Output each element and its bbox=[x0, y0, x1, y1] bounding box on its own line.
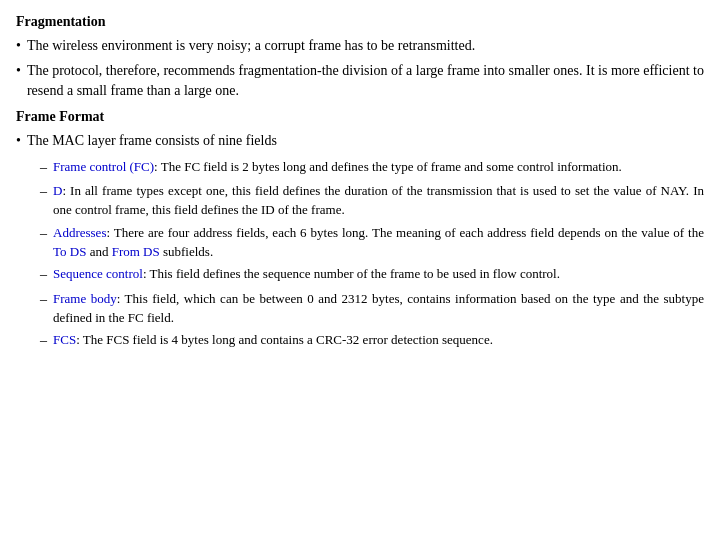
list-item: • The protocol, therefore, recommends fr… bbox=[16, 61, 704, 102]
sequence-text: : This field defines the sequence number… bbox=[143, 266, 560, 281]
dash-icon: – bbox=[40, 290, 47, 310]
fragmentation-bullet-1: The wireless environment is very noisy; … bbox=[27, 36, 704, 56]
list-item: – Addresses: There are four address fiel… bbox=[40, 224, 704, 262]
frame-body-item: Frame body: This field, which can be bet… bbox=[53, 290, 704, 328]
bullet-icon: • bbox=[16, 61, 21, 81]
fragmentation-heading: Fragmentation bbox=[16, 12, 704, 32]
frame-format-heading: Frame Format bbox=[16, 107, 704, 127]
dash-icon: – bbox=[40, 158, 47, 178]
frame-format-list: • The MAC layer frame consists of nine f… bbox=[16, 131, 704, 151]
addresses-end: subfields. bbox=[160, 244, 213, 259]
list-item: – FCS: The FCS field is 4 bytes long and… bbox=[40, 331, 704, 351]
list-item: – Frame body: This field, which can be b… bbox=[40, 290, 704, 328]
d-text: : In all frame types except one, this fi… bbox=[53, 183, 704, 217]
fragmentation-list: • The wireless environment is very noisy… bbox=[16, 36, 704, 101]
fc-label: Frame control (FC) bbox=[53, 159, 154, 174]
fragmentation-bullet-2: The protocol, therefore, recommends frag… bbox=[27, 61, 704, 102]
bullet-icon: • bbox=[16, 131, 21, 151]
addresses-label: Addresses bbox=[53, 225, 106, 240]
to-ds-label: To DS bbox=[53, 244, 86, 259]
sub-items-list: – Frame control (FC): The FC field is 2 … bbox=[16, 158, 704, 352]
sequence-item: Sequence control: This field defines the… bbox=[53, 265, 704, 284]
list-item: • The MAC layer frame consists of nine f… bbox=[16, 131, 704, 151]
d-item: D: In all frame types except one, this f… bbox=[53, 182, 704, 220]
frame-format-intro: The MAC layer frame consists of nine fie… bbox=[27, 131, 704, 151]
list-item: – D: In all frame types except one, this… bbox=[40, 182, 704, 220]
fc-colon: : The FC field is 2 bytes long and defin… bbox=[154, 159, 622, 174]
from-ds-label: From DS bbox=[112, 244, 160, 259]
fc-item: Frame control (FC): The FC field is 2 by… bbox=[53, 158, 704, 177]
fcs-item: FCS: The FCS field is 4 bytes long and c… bbox=[53, 331, 704, 350]
dash-icon: – bbox=[40, 224, 47, 244]
dash-icon: – bbox=[40, 265, 47, 285]
addresses-and: and bbox=[86, 244, 111, 259]
fcs-label: FCS bbox=[53, 332, 76, 347]
frame-body-text: : This field, which can be between 0 and… bbox=[53, 291, 704, 325]
list-item: – Frame control (FC): The FC field is 2 … bbox=[40, 158, 704, 178]
sequence-label: Sequence control bbox=[53, 266, 143, 281]
list-item: • The wireless environment is very noisy… bbox=[16, 36, 704, 56]
list-item: – Sequence control: This field defines t… bbox=[40, 265, 704, 285]
frame-format-section: Frame Format • The MAC layer frame consi… bbox=[16, 107, 704, 352]
addresses-text: : There are four address fields, each 6 … bbox=[106, 225, 704, 240]
d-label: D bbox=[53, 183, 62, 198]
frame-body-label: Frame body bbox=[53, 291, 117, 306]
fcs-text: : The FCS field is 4 bytes long and cont… bbox=[76, 332, 493, 347]
fragmentation-section: Fragmentation • The wireless environment… bbox=[16, 12, 704, 101]
dash-icon: – bbox=[40, 331, 47, 351]
addresses-item: Addresses: There are four address fields… bbox=[53, 224, 704, 262]
bullet-icon: • bbox=[16, 36, 21, 56]
dash-icon: – bbox=[40, 182, 47, 202]
